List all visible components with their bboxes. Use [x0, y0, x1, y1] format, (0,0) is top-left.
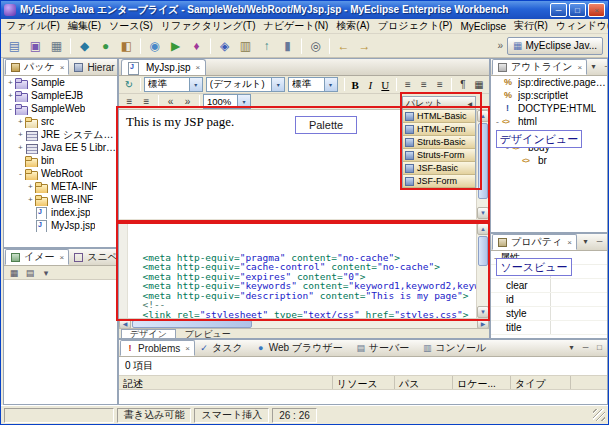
unordered-list-icon[interactable]: ≡: [138, 94, 155, 109]
print-icon[interactable]: ▦: [46, 36, 67, 56]
grid-view-icon[interactable]: ▦: [7, 267, 21, 279]
view-menu-icon[interactable]: ▾: [565, 341, 578, 354]
editor-tab-myjsp[interactable]: MyJsp.jsp ×: [121, 59, 206, 75]
new-jsp-icon[interactable]: ◈: [214, 36, 235, 56]
expander-icon[interactable]: -: [16, 169, 25, 178]
bottom-view-tab[interactable]: ✓ タスク: [195, 340, 252, 356]
expander-icon[interactable]: +: [26, 182, 35, 191]
column-header[interactable]: タイプ: [511, 376, 571, 389]
tree-item[interactable]: + Sample: [4, 76, 117, 89]
menu-item[interactable]: ナビゲート(N): [260, 19, 333, 34]
back-icon[interactable]: ←: [333, 36, 354, 56]
minimize-view-icon[interactable]: ─: [579, 341, 592, 354]
source-code[interactable]: <meta http-equiv="pragma" content="no-ca…: [128, 223, 489, 318]
column-header[interactable]: リソース: [333, 376, 395, 389]
new-package-icon[interactable]: ◧: [116, 36, 137, 56]
tab-hierarchy[interactable]: Hierar: [69, 59, 118, 75]
editor-hscrollbar[interactable]: ◀ ▶: [119, 318, 489, 328]
palette-drawer[interactable]: Struts-Basic: [403, 136, 475, 149]
database-explorer-icon[interactable]: ▥: [235, 36, 256, 56]
new-wizard-icon[interactable]: ▤: [4, 36, 25, 56]
new-web-project-icon[interactable]: ◆: [74, 36, 95, 56]
paragraph-marks-icon[interactable]: ¶: [455, 77, 471, 92]
close-icon[interactable]: ×: [185, 344, 190, 353]
tab-outline[interactable]: アウトライン ×: [492, 59, 587, 75]
tree-item[interactable]: + SampleEJB: [4, 89, 117, 102]
property-row[interactable]: title: [491, 321, 607, 335]
property-value[interactable]: [551, 307, 607, 320]
editor-mode-tab[interactable]: デザイン: [121, 329, 176, 339]
source-vscrollbar[interactable]: ▲ ▼: [476, 223, 489, 318]
outline-item[interactable]: br: [491, 154, 607, 167]
tree-item[interactable]: + Java EE 5 Libraries: [4, 141, 117, 154]
zoom-select[interactable]: 100% ▾: [203, 94, 251, 109]
paragraph-style-select[interactable]: 標準 ▾: [144, 77, 203, 92]
expander-icon[interactable]: +: [6, 91, 15, 100]
scroll-right-icon[interactable]: ▶: [477, 319, 489, 329]
menu-item[interactable]: 検索(A): [332, 19, 373, 34]
new-class-icon[interactable]: ●: [95, 36, 116, 56]
separator[interactable]: [70, 38, 71, 54]
expander-icon[interactable]: +: [6, 78, 15, 87]
property-value[interactable]: [551, 321, 607, 334]
palette-drawer[interactable]: HTML-Basic: [403, 110, 475, 123]
menu-item[interactable]: プロジェクト(P): [374, 19, 457, 34]
palette-header[interactable]: パレット ◀: [403, 97, 475, 110]
expander-icon[interactable]: +: [26, 195, 35, 204]
close-window-button[interactable]: ×: [588, 3, 605, 17]
expander-icon[interactable]: +: [16, 130, 25, 139]
font-select[interactable]: (デフォルト) ▾: [206, 77, 286, 92]
deploy-icon[interactable]: ↑: [256, 36, 277, 56]
bottom-view-tab[interactable]: ● Web ブラウザー: [252, 340, 352, 356]
scroll-up-icon[interactable]: ▲: [477, 110, 489, 122]
tab-package-explorer[interactable]: パッケ ×: [5, 59, 69, 75]
design-vscrollbar[interactable]: ▲ ▼: [476, 110, 489, 219]
search-icon[interactable]: ◎: [305, 36, 326, 56]
close-icon[interactable]: ×: [567, 238, 572, 247]
tab-image-preview[interactable]: イメー ×: [5, 249, 69, 265]
scroll-thumb[interactable]: [132, 320, 252, 328]
expander-icon[interactable]: -: [6, 104, 15, 113]
outline-item[interactable]: DOCTYPE:HTML: [491, 102, 607, 115]
property-row[interactable]: style: [491, 307, 607, 321]
chevron-down-icon[interactable]: ▾: [271, 78, 284, 91]
column-header[interactable]: 記述: [119, 376, 333, 389]
separator[interactable]: [140, 38, 141, 54]
tab-snippets[interactable]: スニペ: [69, 249, 118, 265]
perspective-overflow-chevron[interactable]: »: [497, 40, 503, 51]
outline-item[interactable]: - html: [491, 115, 607, 128]
design-text[interactable]: This is my JSP page.: [126, 114, 234, 130]
scroll-left-icon[interactable]: ◀: [119, 319, 131, 329]
bold-button[interactable]: B: [348, 77, 363, 92]
align-left-icon[interactable]: ≡: [400, 77, 416, 92]
resize-grip[interactable]: [593, 409, 605, 421]
ordered-list-icon[interactable]: ≡: [121, 94, 138, 109]
close-icon[interactable]: ×: [60, 63, 65, 72]
tab-properties[interactable]: プロパティ ×: [492, 234, 577, 250]
perspective-button[interactable]: ▦ MyEclipse Jav...: [507, 37, 603, 55]
server-icon[interactable]: ▮: [277, 36, 298, 56]
tree-item[interactable]: + META-INF: [4, 180, 117, 193]
menu-item[interactable]: リファクタリング(T): [157, 19, 260, 34]
minimize-view-icon[interactable]: ─: [593, 235, 606, 248]
menu-item[interactable]: ファイル(F): [2, 19, 64, 34]
bottom-view-tab[interactable]: ! Problems ×: [120, 340, 195, 356]
source-editor[interactable]: <meta http-equiv="pragma" content="no-ca…: [119, 223, 489, 318]
column-header[interactable]: パス: [395, 376, 453, 389]
collapse-palette-icon[interactable]: ◀: [467, 100, 472, 107]
tree-item[interactable]: index.jsp: [4, 206, 117, 219]
expander-icon[interactable]: +: [16, 143, 25, 152]
align-center-icon[interactable]: ≡: [416, 77, 432, 92]
maximize-view-icon[interactable]: □: [593, 341, 606, 354]
chevron-down-icon[interactable]: ▾: [189, 78, 202, 91]
expander-icon[interactable]: +: [16, 117, 25, 126]
italic-button[interactable]: I: [363, 77, 378, 92]
tree-item[interactable]: bin: [4, 154, 117, 167]
external-tools-icon[interactable]: ♦: [186, 36, 207, 56]
bottom-view-tab[interactable]: ▤ サーバー: [352, 340, 418, 356]
scroll-thumb[interactable]: [478, 123, 488, 199]
chevron-down-icon[interactable]: ▾: [324, 78, 337, 91]
menu-item[interactable]: MyEclipse: [456, 20, 510, 33]
view-menu-icon[interactable]: ▾: [39, 267, 53, 279]
menu-item[interactable]: 実行(R): [510, 19, 552, 34]
